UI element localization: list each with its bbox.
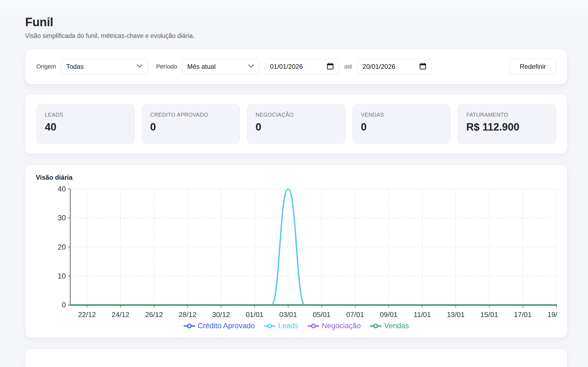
kpi-leads: LEADS 40: [36, 104, 135, 144]
svg-text:15/01: 15/01: [480, 310, 498, 319]
kpi-credito-aprovado: CRÉDITO APROVADO 0: [142, 104, 240, 144]
kpi-negociacao: NEGOCIAÇÃO 0: [247, 104, 345, 144]
reset-button[interactable]: Redefinir: [510, 59, 556, 75]
legend-item-vendas[interactable]: Vendas: [370, 322, 409, 330]
svg-text:30: 30: [58, 214, 66, 222]
svg-text:19/01: 19/01: [547, 310, 557, 319]
svg-text:13/01: 13/01: [447, 310, 464, 319]
periodo-select[interactable]: Mês atual: [182, 59, 259, 75]
kpi-label: NEGOCIAÇÃO: [255, 112, 337, 118]
kpi-value: 0: [255, 121, 337, 133]
legend-item-negociacao[interactable]: Negociação: [308, 322, 361, 330]
chevron-down-icon: [248, 64, 254, 69]
legend-item-leads[interactable]: Leads: [264, 322, 298, 330]
page-subtitle: Visão simplificada do funil, métricas-ch…: [25, 32, 567, 40]
legend-label: Negociação: [322, 322, 361, 330]
periodo-select-value: Mês atual: [187, 63, 216, 70]
kpi-label: VENDAS: [361, 112, 442, 118]
kpi-label: CRÉDITO APROVADO: [150, 112, 232, 118]
origem-select[interactable]: Todas: [61, 59, 148, 75]
line-point-icon: [370, 324, 381, 328]
line-point-icon: [308, 324, 319, 328]
svg-text:30/12: 30/12: [212, 310, 230, 319]
calendar-icon[interactable]: [327, 63, 334, 71]
svg-text:09/01: 09/01: [380, 310, 398, 319]
date-from-input[interactable]: 01/01/2026: [265, 59, 339, 75]
kpi-faturamento: FATURAMENTO R$ 112.900: [458, 104, 556, 144]
kpi-value: 40: [45, 121, 126, 133]
date-from-value: 01/01/2026: [270, 63, 303, 70]
svg-text:0: 0: [62, 301, 66, 309]
calendar-icon[interactable]: [419, 63, 427, 71]
kpi-row: LEADS 40 CRÉDITO APROVADO 0 NEGOCIAÇÃO 0…: [25, 94, 567, 154]
page-title: Funil: [25, 0, 567, 29]
next-section-card: [25, 348, 567, 367]
daily-view-card: Visão diária 22/1224/1226/1228/1230/1201…: [25, 165, 567, 338]
svg-text:11/01: 11/01: [414, 310, 431, 319]
svg-text:24/12: 24/12: [111, 310, 129, 319]
svg-text:07/01: 07/01: [346, 310, 364, 319]
chart-legend: Crédito Aprovado Leads Negociação: [36, 322, 557, 330]
svg-text:10: 10: [58, 272, 66, 280]
svg-text:22/12: 22/12: [78, 310, 96, 319]
origem-select-value: Todas: [66, 63, 84, 70]
kpi-value: 0: [361, 121, 442, 133]
kpi-label: FATURAMENTO: [466, 112, 548, 118]
until-label: até: [344, 63, 352, 70]
line-point-icon: [264, 324, 275, 328]
svg-text:28/12: 28/12: [179, 310, 196, 319]
kpi-value: R$ 112.900: [466, 121, 548, 133]
svg-text:17/01: 17/01: [514, 310, 532, 319]
kpi-value: 0: [150, 121, 232, 133]
date-to-value: 20/01/2026: [363, 63, 395, 70]
periodo-label: Período: [156, 63, 177, 70]
svg-text:01/01: 01/01: [246, 310, 263, 319]
kpi-label: LEADS: [45, 112, 126, 118]
line-point-icon: [184, 324, 195, 328]
line-chart: 22/1224/1226/1228/1230/1201/0103/0105/01…: [36, 184, 557, 321]
legend-label: Leads: [278, 322, 298, 330]
legend-label: Crédito Aprovado: [198, 322, 255, 330]
date-to-input[interactable]: 20/01/2026: [357, 59, 432, 75]
chevron-down-icon: [137, 64, 143, 69]
chart-canvas: 22/1224/1226/1228/1230/1201/0103/0105/01…: [36, 184, 557, 321]
svg-text:20: 20: [58, 243, 66, 251]
legend-label: Vendas: [384, 322, 409, 330]
legend-item-credito-aprovado[interactable]: Crédito Aprovado: [184, 322, 255, 330]
chart-title: Visão diária: [36, 174, 557, 181]
kpi-vendas: VENDAS 0: [352, 104, 451, 144]
svg-text:05/01: 05/01: [313, 310, 331, 319]
origem-label: Origem: [36, 63, 56, 70]
svg-text:26/12: 26/12: [145, 310, 163, 319]
svg-text:03/01: 03/01: [279, 310, 297, 319]
filter-bar: Origem Todas Período Mês atual 01/01/202…: [25, 49, 567, 84]
svg-text:40: 40: [58, 185, 66, 193]
main-content: Funil Visão simplificada do funil, métri…: [25, 0, 567, 367]
